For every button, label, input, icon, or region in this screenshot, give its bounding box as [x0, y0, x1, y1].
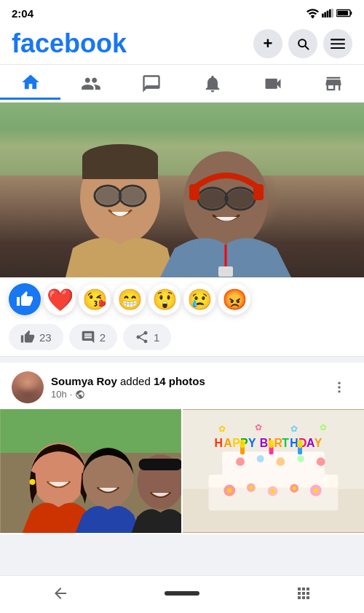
svg-point-28	[338, 382, 340, 384]
avatar	[12, 371, 44, 403]
svg-rect-8	[331, 39, 345, 40]
like-icon	[20, 330, 35, 344]
reaction-care[interactable]: 😘	[79, 283, 111, 315]
comment-icon	[81, 330, 95, 344]
share-count: 1	[154, 331, 159, 344]
reaction-like[interactable]	[9, 283, 41, 315]
video-icon	[263, 74, 283, 94]
svg-point-56	[257, 455, 264, 462]
wifi-icon	[306, 8, 319, 18]
svg-point-35	[30, 479, 36, 485]
facebook-logo: facebook	[12, 31, 127, 57]
nav-tabs	[0, 65, 364, 103]
author-name: Soumya Roy added 14 photos	[51, 375, 205, 387]
svg-point-59	[317, 457, 325, 466]
svg-point-18	[96, 187, 119, 205]
reaction-love[interactable]: ❤️	[44, 283, 76, 315]
post-time: 10h ·	[51, 389, 319, 400]
svg-text:✿: ✿	[255, 422, 262, 432]
time-separator: ·	[70, 389, 73, 400]
header-actions: +	[253, 29, 352, 58]
tab-notifications[interactable]	[182, 68, 242, 100]
thumbs-up-icon	[16, 290, 33, 308]
add-button[interactable]: +	[253, 29, 282, 58]
reaction-haha[interactable]: 😁	[114, 283, 146, 315]
svg-text:H: H	[214, 437, 222, 449]
svg-text:✿: ✿	[218, 424, 226, 434]
post-header: Soumya Roy added 14 photos 10h ·	[0, 363, 364, 409]
svg-text:P: P	[232, 437, 240, 449]
svg-rect-4	[331, 9, 333, 17]
svg-rect-27	[218, 266, 233, 277]
time-text: 10h	[51, 389, 67, 400]
svg-rect-3	[329, 9, 331, 17]
svg-text:A: A	[306, 437, 314, 449]
svg-point-48	[227, 489, 232, 493]
photo-grid-item-1[interactable]	[0, 409, 181, 533]
svg-point-51	[293, 486, 296, 490]
reaction-sad[interactable]: 😢	[183, 283, 215, 315]
recent-apps-button[interactable]	[286, 576, 321, 611]
svg-rect-0	[322, 14, 324, 17]
app-header: facebook +	[0, 23, 364, 65]
svg-text:Y: Y	[248, 437, 256, 449]
tab-home[interactable]	[0, 68, 60, 100]
svg-rect-10	[331, 47, 345, 49]
post-meta: Soumya Roy added 14 photos 10h ·	[51, 375, 319, 400]
post-photo-overlay	[0, 103, 364, 277]
svg-point-29	[338, 386, 340, 388]
signal-icon	[322, 8, 333, 18]
svg-text:T: T	[282, 437, 289, 449]
svg-rect-6	[350, 12, 352, 15]
svg-point-34	[31, 443, 87, 507]
svg-point-82	[297, 440, 303, 448]
svg-text:Y: Y	[314, 437, 323, 449]
tab-messenger[interactable]	[122, 68, 182, 100]
reaction-wow[interactable]: 😲	[149, 283, 181, 315]
tab-video[interactable]	[242, 68, 303, 100]
comment-count: 2	[100, 331, 106, 344]
tab-marketplace[interactable]	[304, 68, 364, 100]
svg-rect-25	[189, 184, 199, 200]
photo-grid: H A P P Y B I R	[0, 409, 364, 534]
svg-point-55	[236, 457, 245, 466]
reactions-row: ❤️ 😘 😁 😲 😢 😡	[9, 283, 250, 315]
like-button[interactable]: 23	[9, 324, 63, 350]
svg-rect-26	[253, 184, 264, 200]
svg-rect-2	[327, 11, 329, 17]
svg-point-58	[297, 455, 304, 462]
menu-button[interactable]	[323, 29, 352, 58]
tab-friends[interactable]	[60, 68, 121, 100]
svg-text:H: H	[290, 437, 298, 449]
feed: ❤️ 😘 😁 😲 😢 😡	[0, 103, 364, 575]
home-indicator[interactable]	[165, 591, 199, 596]
post-author: Soumya Roy added 14 photos	[51, 375, 319, 387]
svg-text:B: B	[260, 437, 268, 449]
reaction-angry[interactable]: 😡	[218, 283, 250, 315]
back-button[interactable]	[43, 576, 78, 611]
svg-rect-9	[331, 43, 345, 44]
like-count: 23	[39, 331, 52, 344]
group-photo	[0, 409, 181, 533]
post-2: Soumya Roy added 14 photos 10h ·	[0, 363, 364, 534]
svg-rect-1	[324, 12, 326, 17]
photo-grid-item-2[interactable]: H A P P Y B I R	[183, 409, 364, 533]
svg-point-50	[271, 489, 275, 494]
svg-point-52	[314, 489, 318, 493]
friends-icon	[81, 74, 101, 94]
post-actions: 23 2 1	[0, 321, 364, 357]
post-1: ❤️ 😘 😁 😲 😢 😡	[0, 103, 364, 357]
post-image-container	[0, 103, 364, 277]
svg-rect-32	[1, 409, 181, 453]
status-icons	[306, 8, 352, 18]
share-button[interactable]: 1	[123, 324, 171, 350]
reaction-bar: ❤️ 😘 😁 😲 😢 😡	[0, 277, 364, 321]
svg-point-81	[269, 440, 274, 448]
post-image	[0, 103, 364, 277]
comment-button[interactable]: 2	[69, 324, 117, 350]
search-button[interactable]	[288, 29, 317, 58]
post-options-button[interactable]	[326, 374, 352, 400]
svg-text:A: A	[223, 437, 232, 449]
search-icon	[296, 36, 310, 51]
svg-rect-38	[139, 459, 182, 470]
